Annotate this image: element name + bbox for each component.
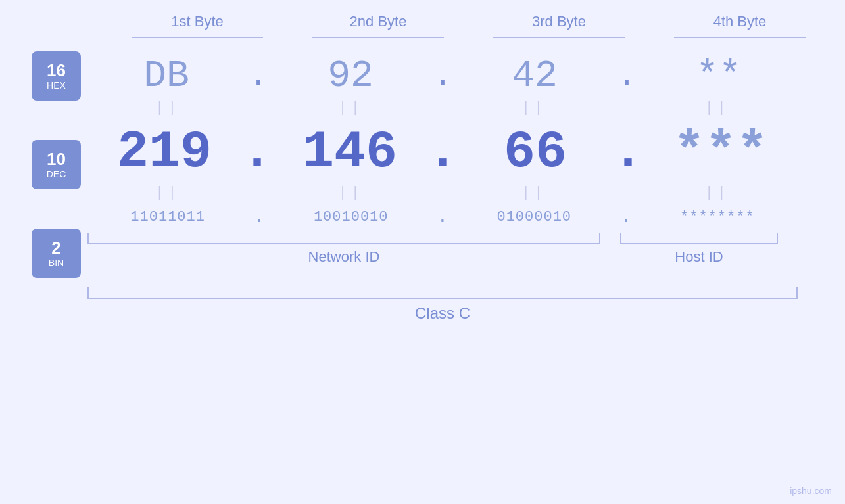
bin-badge-label: BIN: [49, 258, 64, 268]
classc-section: Class C: [87, 287, 798, 323]
host-bracket-bar: [620, 233, 778, 244]
dec-b4-cell: ***: [644, 122, 798, 182]
byte-header-3: 3rd Byte: [480, 13, 638, 38]
badges-column: 16 HEX 10 DEC 2 BIN: [32, 51, 81, 323]
network-bracket-bar: [87, 233, 600, 244]
bin-badge: 2 BIN: [32, 229, 81, 278]
eq3: ||: [455, 100, 613, 116]
bin-b2-value: 10010010: [314, 209, 389, 225]
hex-b1-cell: DB: [87, 55, 245, 97]
watermark: ipshu.com: [790, 486, 832, 496]
bin-row: 11011011 . 10010010 . 01000010 . *******…: [87, 207, 798, 227]
dec-b4-value: ***: [673, 122, 768, 182]
byte-header-2: 2nd Byte: [299, 13, 457, 38]
bin-badge-num: 2: [51, 239, 60, 258]
bracket-line-2: [312, 37, 444, 38]
dec-dot1: .: [241, 122, 273, 182]
dec-b2-value: 146: [302, 122, 397, 182]
bin-dot2: .: [433, 207, 452, 227]
dec-row: 219 . 146 . 66 . ***: [87, 122, 798, 182]
byte-header-1: 1st Byte: [118, 13, 276, 38]
eq2: ||: [272, 100, 430, 116]
bin-dot3: .: [616, 207, 636, 227]
host-id-label: Host ID: [675, 248, 723, 265]
dec-b1-cell: 219: [87, 122, 241, 182]
values-area: DB . 92 . 42 . ** || ||: [87, 51, 838, 323]
hex-b3-cell: 42: [456, 55, 614, 97]
hex-b1-value: DB: [143, 55, 189, 97]
dec-b2-cell: 146: [273, 122, 427, 182]
byte-headers-row: 1st Byte 2nd Byte 3rd Byte 4th Byte: [107, 13, 831, 38]
classc-bracket-bar: [87, 287, 798, 299]
hex-badge-num: 16: [47, 61, 66, 80]
byte-header-3-label: 3rd Byte: [532, 13, 586, 30]
dec-dot3: .: [612, 122, 644, 182]
classc-label: Class C: [415, 304, 470, 323]
dec-dot2: .: [427, 122, 458, 182]
dec-b1-value: 219: [117, 122, 212, 182]
network-id-section: Network ID: [87, 233, 600, 275]
dec-b3-cell: 66: [458, 122, 612, 182]
bin-b1-cell: 11011011: [89, 209, 247, 225]
bin-b4-cell: ********: [639, 209, 796, 225]
bracket-line-1: [132, 37, 263, 38]
dec-badge: 10 DEC: [32, 140, 81, 189]
hex-b2-value: 92: [327, 55, 374, 97]
hex-b4-value: **: [696, 55, 742, 97]
bracket-line-3: [493, 37, 625, 38]
hex-dot3: .: [617, 57, 637, 95]
bin-b3-value: 01000010: [496, 209, 571, 225]
bin-b2-cell: 10010010: [272, 209, 430, 225]
hex-b2-cell: 92: [272, 55, 429, 97]
main-container: 1st Byte 2nd Byte 3rd Byte 4th Byte 16 H…: [0, 0, 845, 504]
eq5: ||: [89, 185, 247, 201]
bracket-line-4: [674, 37, 806, 38]
byte-header-4-label: 4th Byte: [713, 13, 767, 30]
eq1: ||: [89, 100, 247, 116]
byte-header-4: 4th Byte: [661, 13, 819, 38]
hex-badge: 16 HEX: [32, 51, 81, 101]
bin-b1-value: 11011011: [130, 209, 205, 225]
hex-b3-value: 42: [512, 55, 558, 97]
dec-badge-num: 10: [47, 150, 66, 169]
bin-b4-value: ********: [680, 209, 755, 225]
bin-b3-cell: 01000010: [455, 209, 613, 225]
spacer-dot3: [600, 233, 620, 275]
eq8: ||: [639, 185, 796, 201]
eq7: ||: [455, 185, 613, 201]
host-id-section: Host ID: [620, 233, 778, 275]
eq4: ||: [639, 100, 796, 116]
bin-dot1: .: [249, 207, 269, 227]
eq6: ||: [272, 185, 430, 201]
dec-badge-label: DEC: [47, 169, 66, 179]
hex-dot1: .: [249, 57, 268, 95]
byte-header-2-label: 2nd Byte: [350, 13, 407, 30]
hex-badge-label: HEX: [47, 80, 66, 91]
byte-header-1-label: 1st Byte: [171, 13, 223, 30]
equals-row-2: || || || ||: [87, 185, 798, 201]
hex-row: DB . 92 . 42 . **: [87, 55, 798, 97]
hex-b4-cell: **: [640, 55, 798, 97]
content-area: 16 HEX 10 DEC 2 BIN DB . 92: [0, 51, 845, 323]
network-id-label: Network ID: [308, 248, 380, 265]
hex-dot2: .: [433, 57, 452, 95]
dec-b3-value: 66: [504, 122, 567, 182]
equals-row-1: || || || ||: [87, 100, 798, 116]
watermark-text: ipshu.com: [790, 486, 832, 496]
id-brackets-row: Network ID Host ID: [87, 233, 798, 275]
